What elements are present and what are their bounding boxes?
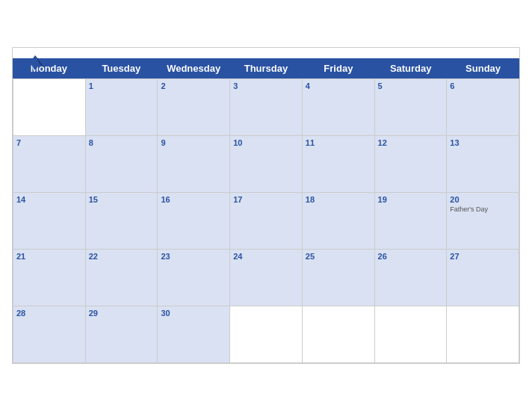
- calendar-cell: 2: [158, 79, 230, 136]
- calendar-cell: 18: [303, 193, 375, 250]
- calendar-cell: [13, 79, 86, 136]
- calendar-cell: 8: [86, 136, 158, 193]
- calendar-cell: 1: [86, 79, 158, 136]
- day-header-wednesday: Wednesday: [158, 58, 230, 78]
- date-number: 24: [233, 252, 299, 261]
- calendar-cell: [447, 306, 519, 363]
- calendar-container: MondayTuesdayWednesdayThursdayFridaySatu…: [12, 47, 520, 364]
- logo: [25, 54, 49, 72]
- date-number: 11: [306, 138, 371, 147]
- calendar-cell: [303, 306, 375, 363]
- calendar-cell: 3: [230, 79, 303, 136]
- date-number: 28: [16, 309, 82, 318]
- date-number: 2: [161, 81, 226, 90]
- calendar-cell: 23: [158, 250, 230, 306]
- date-number: 30: [161, 309, 226, 318]
- date-number: 26: [378, 252, 444, 261]
- date-number: 22: [89, 252, 155, 261]
- date-number: 5: [378, 81, 444, 90]
- date-number: 23: [161, 252, 226, 261]
- day-header-friday: Friday: [302, 58, 374, 78]
- calendar-cell: [375, 306, 448, 363]
- calendar-cell: 26: [375, 250, 448, 306]
- date-number: 19: [378, 195, 444, 204]
- date-number: 18: [306, 195, 371, 204]
- date-number: 15: [89, 195, 155, 204]
- calendar-cell: 27: [447, 250, 519, 306]
- calendar-grid: 1234567891011121314151617181920Father's …: [13, 78, 519, 363]
- calendar-cell: 4: [303, 79, 375, 136]
- date-number: 21: [16, 252, 82, 261]
- cell-event: Father's Day: [450, 206, 516, 213]
- date-number: 7: [16, 138, 82, 147]
- days-header: MondayTuesdayWednesdayThursdayFridaySatu…: [13, 58, 519, 78]
- calendar-cell: 9: [158, 136, 230, 193]
- date-number: 8: [89, 138, 155, 147]
- calendar-cell: 16: [158, 193, 230, 250]
- date-number: 14: [16, 195, 82, 204]
- date-number: 10: [233, 138, 299, 147]
- calendar-cell: 28: [13, 306, 86, 363]
- calendar-cell: 10: [230, 136, 303, 193]
- calendar-cell: 15: [86, 193, 158, 250]
- calendar-cell: 6: [447, 79, 519, 136]
- date-number: 20: [450, 195, 516, 204]
- calendar-cell: 29: [86, 306, 158, 363]
- calendar-cell: 24: [230, 250, 303, 306]
- calendar-cell: 14: [13, 193, 86, 250]
- date-number: 3: [233, 81, 299, 90]
- calendar-header: [13, 48, 519, 58]
- date-number: 4: [306, 81, 371, 90]
- calendar-cell: 19: [375, 193, 448, 250]
- date-number: 17: [233, 195, 299, 204]
- calendar-cell: [230, 306, 303, 363]
- svg-marker-0: [26, 55, 44, 70]
- date-number: 16: [161, 195, 226, 204]
- date-number: 1: [89, 81, 155, 90]
- calendar-cell: 30: [158, 306, 230, 363]
- date-number: 12: [378, 138, 444, 147]
- date-number: 25: [306, 252, 371, 261]
- day-header-sunday: Sunday: [447, 58, 519, 78]
- calendar-cell: 20Father's Day: [447, 193, 519, 250]
- calendar-cell: 21: [13, 250, 86, 306]
- date-number: 27: [450, 252, 516, 261]
- date-number: 13: [450, 138, 516, 147]
- calendar-cell: 17: [230, 193, 303, 250]
- date-number: 9: [161, 138, 226, 147]
- calendar-cell: 5: [375, 79, 448, 136]
- calendar-cell: 7: [13, 136, 86, 193]
- calendar-cell: 11: [303, 136, 375, 193]
- calendar-cell: 25: [303, 250, 375, 306]
- day-header-tuesday: Tuesday: [85, 58, 158, 78]
- date-number: 29: [89, 309, 155, 318]
- day-header-saturday: Saturday: [374, 58, 447, 78]
- calendar-cell: 12: [375, 136, 448, 193]
- logo-icon: [25, 54, 46, 72]
- day-header-monday: Monday: [13, 58, 85, 78]
- calendar-cell: 13: [447, 136, 519, 193]
- day-header-thursday: Thursday: [230, 58, 303, 78]
- date-number: 6: [450, 81, 516, 90]
- calendar-cell: 22: [86, 250, 158, 306]
